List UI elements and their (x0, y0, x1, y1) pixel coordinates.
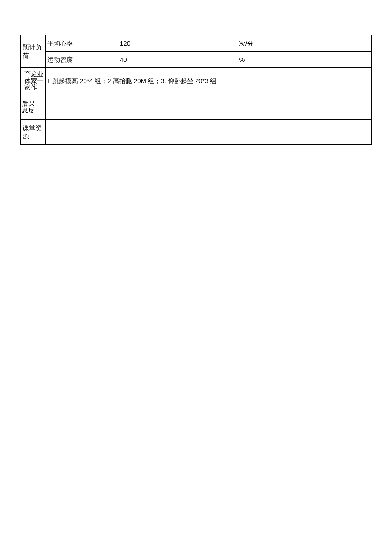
resources-label: 课堂资源 (23, 124, 42, 140)
table-row: 育 体 家 庭 家 作 业 一 L 跳起摸高 20*4 组； (21, 68, 372, 94)
load-unit-0: 次/分 (239, 40, 254, 47)
load-name-1: 运动密度 (47, 56, 73, 63)
homework-text: L 跳起摸高 20*4 组；2 高抬腿 20M 组；3. 仰卧起坐 20*3 组 (47, 77, 216, 84)
cell-reflection-text (46, 94, 372, 120)
table-row: 后 思 课 反 (21, 94, 372, 120)
cell-load-value-1: 40 (118, 52, 237, 68)
cell-homework-label: 育 体 家 庭 家 作 业 一 (21, 68, 46, 94)
table-row: 课堂资源 (21, 120, 372, 145)
reflection-label: 后 思 课 反 (22, 100, 45, 114)
cell-load-unit-1: % (237, 52, 372, 68)
cell-load-label: 预计负荷 (21, 35, 46, 68)
homework-label: 育 体 家 庭 家 作 业 一 (24, 71, 45, 91)
cell-load-name-0: 平均心率 (46, 35, 118, 52)
cell-resources-label: 课堂资源 (21, 120, 46, 145)
cell-load-unit-0: 次/分 (237, 35, 372, 52)
cell-load-value-0: 120 (118, 35, 237, 52)
load-name-0: 平均心率 (47, 40, 73, 47)
table-row: 预计负荷 平均心率 120 次/分 (21, 35, 372, 52)
table-row: 运动密度 40 % (21, 52, 372, 68)
cell-resources-text (46, 120, 372, 145)
load-unit-1: % (239, 56, 245, 63)
lesson-plan-table: 预计负荷 平均心率 120 次/分 运动密度 40 % (20, 35, 372, 145)
cell-homework-text: L 跳起摸高 20*4 组；2 高抬腿 20M 组；3. 仰卧起坐 20*3 组 (46, 68, 372, 94)
load-label: 预计负荷 (23, 44, 42, 59)
cell-load-name-1: 运动密度 (46, 52, 118, 68)
cell-reflection-label: 后 思 课 反 (21, 94, 46, 120)
load-value-1: 40 (120, 56, 127, 63)
load-value-0: 120 (120, 40, 130, 47)
